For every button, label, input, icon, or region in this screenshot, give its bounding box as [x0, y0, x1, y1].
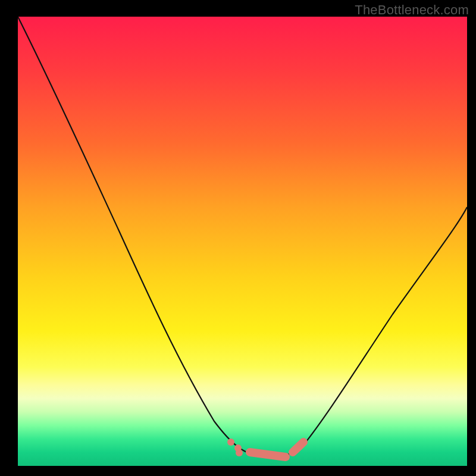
watermark-text: TheBottleneck.com	[355, 2, 469, 18]
bead-dot	[227, 439, 234, 446]
highlight-segment-right	[293, 442, 303, 452]
highlight-segment	[250, 452, 286, 457]
bead-dot	[236, 449, 243, 456]
bottleneck-curve	[18, 17, 467, 457]
plot-area	[18, 17, 467, 466]
chart-stage: TheBottleneck.com	[0, 0, 476, 476]
curve-layer	[18, 17, 467, 466]
